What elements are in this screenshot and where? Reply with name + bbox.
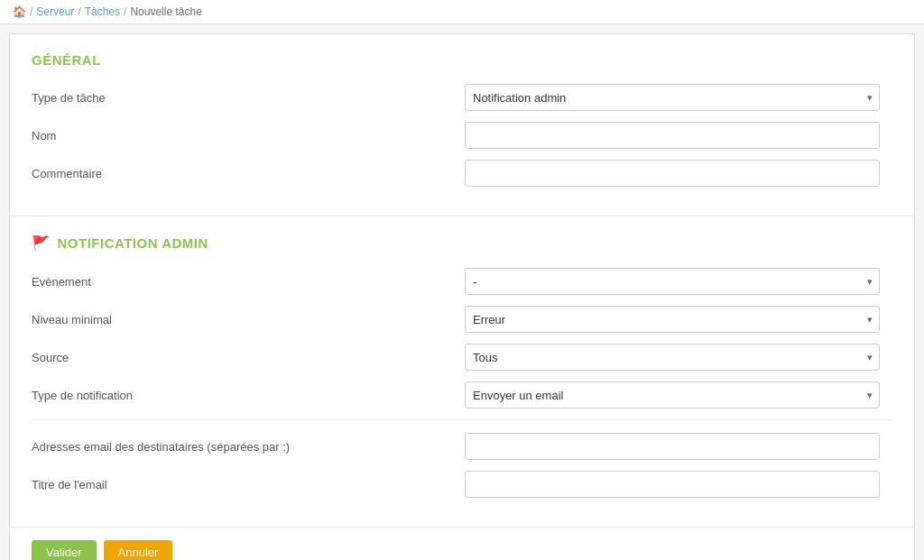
niveau-minimal-select[interactable]: Erreur [465,306,880,333]
evenement-select[interactable]: - [465,268,880,295]
titre-row: Titre de l'email [32,471,892,498]
type-notification-select-wrapper: Envoyer un email ▾ [465,381,880,409]
notification-admin-section: 🚩 NOTIFICATION ADMIN Evènement - ▾ Nivea… [10,216,914,528]
breadcrumb-sep2: / [78,5,80,18]
titre-input[interactable] [465,471,880,498]
general-section: GÉNÉRAL Type de tâche Notification admin… [10,34,914,216]
evenement-select-wrapper: - ▾ [465,268,880,295]
breadcrumb-sep3: / [124,5,126,18]
annuler-button[interactable]: Annuler [104,540,173,560]
notification-admin-title: NOTIFICATION ADMIN [58,235,208,251]
niveau-minimal-select-wrapper: Erreur ▾ [465,306,880,333]
main-content: GÉNÉRAL Type de tâche Notification admin… [9,33,915,560]
notification-admin-title-row: 🚩 NOTIFICATION ADMIN [32,234,892,252]
source-select[interactable]: Tous [465,344,880,371]
nom-row: Nom [32,122,892,149]
titre-label: Titre de l'email [32,478,465,491]
source-select-wrapper: Tous ▾ [465,344,880,371]
commentaire-row: Commentaire [32,160,892,187]
breadcrumb-current: Nouvelle tâche [130,5,201,18]
topbar: 🏠 / Serveur / Tâches / Nouvelle tâche [0,0,924,24]
breadcrumb-serveur[interactable]: Serveur [36,5,74,18]
niveau-minimal-row: Niveau minimal Erreur ▾ [32,306,892,333]
flag-icon: 🚩 [32,234,51,252]
type-notification-row: Type de notification Envoyer un email ▾ [32,381,892,409]
valider-button[interactable]: Valider [32,540,97,560]
footer-section: Valider Annuler [10,528,914,560]
type-notification-label: Type de notification [32,389,465,402]
source-label: Source [32,351,465,364]
commentaire-label: Commentaire [32,167,465,180]
type-notification-select[interactable]: Envoyer un email [465,381,880,409]
commentaire-input[interactable] [465,160,880,187]
breadcrumb-taches[interactable]: Tâches [85,5,120,18]
adresses-input[interactable] [465,433,880,460]
type-de-tache-label: Type de tâche [32,91,465,105]
type-de-tache-select[interactable]: Notification admin [465,84,880,111]
general-title: GÉNÉRAL [32,52,892,68]
type-de-tache-select-wrapper: Notification admin ▾ [465,84,880,111]
home-icon[interactable]: 🏠 [13,5,26,18]
nom-label: Nom [32,129,465,142]
nom-input[interactable] [465,122,880,149]
breadcrumb-sep1: / [30,5,32,18]
type-de-tache-row: Type de tâche Notification admin ▾ [32,84,892,111]
evenement-label: Evènement [32,275,465,289]
niveau-minimal-label: Niveau minimal [32,313,465,326]
adresses-row: Adresses email des destinataires (séparé… [32,433,892,460]
divider [32,419,892,420]
adresses-label: Adresses email des destinataires (séparé… [32,440,465,454]
source-row: Source Tous ▾ [32,344,892,371]
evenement-row: Evènement - ▾ [32,268,892,295]
